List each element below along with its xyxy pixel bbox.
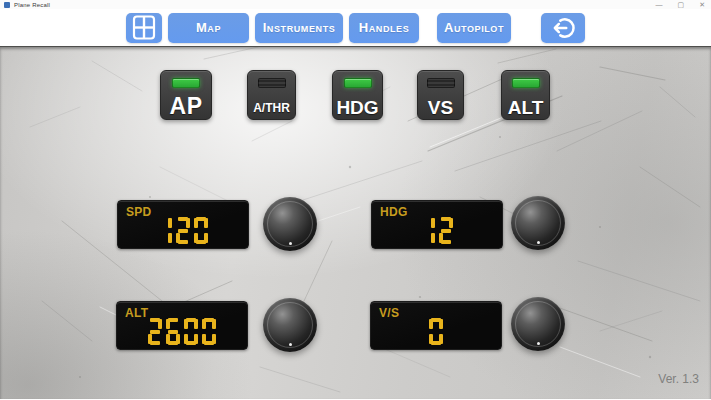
hdg-display-value (372, 217, 502, 244)
autopilot-panel: AP A/THR HDG VS ALT SPD H (0, 46, 711, 399)
tab-handles[interactable]: Handles (349, 13, 419, 43)
grid-icon (132, 15, 156, 40)
tab-autopilot[interactable]: Autopilot (437, 13, 511, 43)
maximize-button[interactable]: ▢ (678, 0, 685, 9)
spd-display: SPD (117, 200, 249, 249)
close-button[interactable]: ✕ (699, 0, 705, 9)
vs-display: V/S (370, 301, 502, 350)
app-icon (4, 2, 10, 8)
spd-knob[interactable] (263, 197, 317, 251)
alt-display-value (117, 318, 247, 345)
window-title: Plane Recall (14, 2, 50, 8)
titlebar: Plane Recall — ▢ ✕ (0, 0, 711, 9)
minimize-button[interactable]: — (656, 0, 663, 9)
hdg-display: HDG (371, 200, 503, 249)
menu-grid-button[interactable] (126, 13, 162, 43)
vs-display-value (371, 318, 501, 345)
exit-icon (550, 15, 576, 41)
controls-grid: SPD HDG ALT V/S (0, 47, 711, 399)
spd-display-value (118, 217, 248, 244)
toolbar: Map Instruments Handles Autopilot (0, 9, 711, 46)
version-label: Ver. 1.3 (658, 372, 699, 386)
app-window: { "window": { "title": "Plane Recall", "… (0, 0, 711, 400)
exit-button[interactable] (541, 13, 585, 43)
tab-map[interactable]: Map (168, 13, 249, 43)
window-controls: — ▢ ✕ (656, 0, 706, 9)
alt-display: ALT (116, 301, 248, 350)
alt-knob[interactable] (263, 298, 317, 352)
hdg-knob[interactable] (511, 196, 565, 250)
vs-knob[interactable] (511, 297, 565, 351)
tab-instruments[interactable]: Instruments (255, 13, 343, 43)
